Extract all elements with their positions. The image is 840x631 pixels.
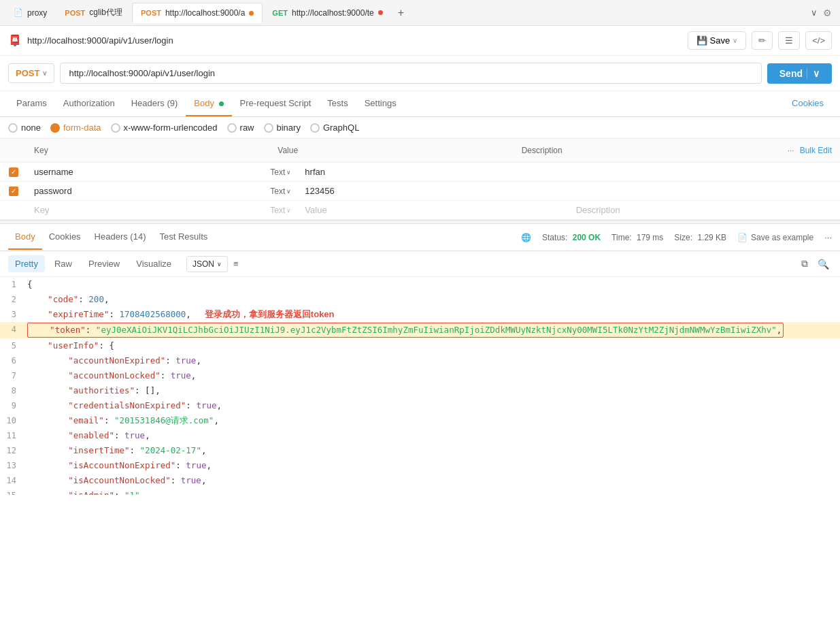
tabs-chevron-icon[interactable]: ∨ — [811, 7, 818, 18]
url-input[interactable] — [60, 63, 761, 84]
checkbox-checked: ✓ — [9, 167, 18, 177]
row2-checkbox[interactable]: ✓ — [0, 182, 27, 200]
pretty-tab-visualize[interactable]: Visualize — [129, 255, 178, 272]
line-num-6: 6 — [0, 354, 24, 368]
response-status-area: 🌐 Status: 200 OK Time: 179 ms Size: 1.29… — [521, 232, 832, 242]
row1-text-type[interactable]: Text ∨ — [270, 167, 291, 177]
save-button[interactable]: 💾 Save ∨ — [688, 31, 747, 50]
json-line-13: 13 "isAccountNonExpired": true, — [0, 458, 840, 473]
time-label: Time: 179 ms — [611, 233, 663, 242]
copy-button[interactable]: ⧉ — [799, 255, 811, 272]
json-content: 1 { 2 "code": 200, 3 "expireTime": 17084… — [0, 277, 840, 495]
line-num-10: 10 — [0, 414, 24, 427]
pretty-tab-pretty[interactable]: Pretty — [8, 255, 45, 272]
tab-proxy-label: proxy — [27, 8, 47, 18]
resp-tab-cookies[interactable]: Cookies — [42, 225, 88, 250]
comment-button[interactable]: ☰ — [778, 31, 800, 50]
row1-description[interactable] — [569, 168, 840, 176]
tab-proxy[interactable]: 📄 proxy — [5, 3, 55, 23]
resp-tab-body[interactable]: Body — [8, 225, 42, 250]
json-format-selector[interactable]: JSON ∨ — [186, 256, 228, 272]
line-content-12: "insertTime": "2024-02-17", — [24, 444, 840, 457]
row1-value[interactable]: hrfan — [298, 163, 569, 181]
json-line-14: 14 "isAccountNonLocked": true, — [0, 473, 840, 488]
form-data-radio — [50, 123, 60, 133]
tab-post-local[interactable]: POST http://localhost:9000/a — [132, 3, 263, 23]
body-type-urlencoded[interactable]: x-www-form-urlencoded — [111, 123, 218, 133]
tab-tests[interactable]: Tests — [319, 91, 356, 116]
line-num-4: 4 — [0, 323, 24, 336]
line-num-15: 15 — [0, 489, 24, 495]
json-line-5: 5 "userInfo": { — [0, 338, 840, 353]
add-tab-button[interactable]: + — [392, 4, 409, 22]
tab-cookies[interactable]: Cookies — [784, 91, 832, 116]
status-text-label: Status: — [542, 233, 567, 242]
tab-authorization[interactable]: Authorization — [55, 91, 123, 116]
edit-icon: ✏ — [758, 35, 766, 46]
file-icon: 📄 — [14, 8, 23, 17]
line-content-1: { — [24, 278, 840, 291]
postman-icon: 📮 — [8, 34, 22, 47]
pretty-tab-raw[interactable]: Raw — [48, 255, 79, 272]
empty-key-placeholder[interactable]: Key — [34, 205, 267, 215]
tab-cglib[interactable]: POST cglib代理 — [56, 3, 131, 23]
body-type-graphql[interactable]: GraphQL — [310, 123, 359, 133]
line-content-9: "credentialsNonExpired": true, — [24, 399, 840, 412]
empty-key-cell: Key Text ∨ — [27, 201, 298, 219]
tab-body[interactable]: Body — [186, 91, 231, 116]
body-type-bar: none form-data x-www-form-urlencoded raw… — [0, 117, 840, 139]
response-bar: Body Cookies Headers (14) Test Results 🌐… — [0, 224, 840, 251]
save-icon: 💾 — [696, 35, 707, 46]
nav-tabs: Params Authorization Headers (9) Body Pr… — [0, 91, 840, 117]
row2-text-type[interactable]: Text ∨ — [270, 187, 291, 196]
tab-settings[interactable]: Settings — [356, 91, 405, 116]
url-display: http://localhost:9000/api/v1/user/login — [27, 35, 682, 46]
more-options-button[interactable]: ··· — [824, 232, 832, 242]
empty-text-type[interactable]: Text ∨ — [270, 206, 291, 215]
resp-tab-test-results[interactable]: Test Results — [152, 225, 214, 250]
url-bar: 📮 http://localhost:9000/api/v1/user/logi… — [0, 26, 840, 56]
search-button[interactable]: 🔍 — [815, 255, 832, 272]
empty-value[interactable]: Value — [298, 201, 569, 219]
none-radio — [8, 123, 18, 133]
empty-description[interactable]: Description — [569, 201, 840, 219]
row1-key[interactable]: username — [34, 167, 267, 177]
tab-pre-request[interactable]: Pre-request Script — [232, 91, 320, 116]
body-type-none[interactable]: none — [8, 123, 41, 133]
body-type-binary[interactable]: binary — [264, 123, 301, 133]
row2-description[interactable] — [569, 187, 840, 195]
save-example-icon: 📄 — [737, 233, 747, 242]
row2-value[interactable]: 123456 — [298, 182, 569, 200]
line-num-13: 13 — [0, 459, 24, 472]
method-select[interactable]: POST ∨ — [8, 63, 54, 83]
body-type-form-data[interactable]: form-data — [50, 123, 101, 133]
json-line-4: 4 "token": "eyJ0eXAiOiJKV1QiLCJhbGciOiJI… — [0, 322, 840, 338]
line-num-8: 8 — [0, 384, 24, 398]
code-button[interactable]: </> — [805, 31, 832, 50]
resp-tab-headers[interactable]: Headers (14) — [88, 225, 153, 250]
line-content-2: "code": 200, — [24, 293, 840, 306]
tabs-settings-icon[interactable]: ⚙ — [823, 7, 832, 18]
edit-button[interactable]: ✏ — [752, 31, 773, 50]
line-num-5: 5 — [0, 339, 24, 353]
line-content-15: "isAdmin": "1", — [24, 489, 840, 495]
tab-get-local[interactable]: GET http://localhost:9000/te — [264, 3, 390, 23]
filter-icon[interactable]: ≡ — [233, 259, 239, 269]
bulk-edit-label[interactable]: Bulk Edit — [800, 146, 832, 155]
row2-key[interactable]: password — [34, 186, 267, 196]
send-label: Send — [779, 68, 803, 79]
status-time: 179 ms — [637, 233, 663, 242]
send-button[interactable]: Send ∨ — [767, 63, 832, 84]
save-example-button[interactable]: 📄 Save as example — [737, 233, 813, 242]
tab-cglib-method: POST — [65, 9, 85, 17]
row1-checkbox[interactable]: ✓ — [0, 163, 27, 181]
line-content-4: "token": "eyJ0eXAiOiJKV1QiLCJhbGciOiJIUz… — [24, 323, 840, 338]
tab-headers[interactable]: Headers (9) — [123, 91, 186, 116]
binary-radio — [264, 123, 273, 133]
line-content-6: "accountNonExpired": true, — [24, 354, 840, 368]
body-type-raw[interactable]: raw — [227, 123, 254, 133]
tab-params[interactable]: Params — [8, 91, 55, 116]
comment-icon: ☰ — [785, 35, 793, 46]
pretty-tab-preview[interactable]: Preview — [82, 255, 127, 272]
raw-label: raw — [240, 123, 254, 133]
